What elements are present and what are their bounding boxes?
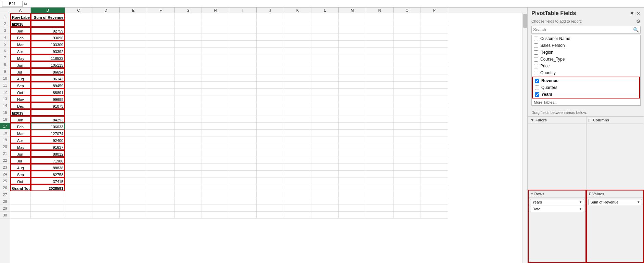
empty-cell-23-1[interactable] (92, 164, 120, 171)
cell-a-24[interactable]: Sep (10, 171, 31, 177)
empty-cell-30-3[interactable] (147, 212, 175, 219)
empty-cell-16-9[interactable] (311, 116, 339, 123)
empty-cell-21-6[interactable] (229, 150, 257, 157)
field-price-checkbox[interactable] (534, 64, 538, 68)
empty-cell-21-9[interactable] (311, 150, 339, 157)
empty-cell-10-5[interactable] (202, 75, 229, 82)
vertical-scrollbar[interactable] (523, 13, 527, 263)
cell-b-15[interactable] (31, 109, 65, 116)
empty-cell-19-10[interactable] (339, 136, 366, 143)
cell-a-29[interactable] (10, 205, 31, 212)
empty-cell-17-12[interactable] (394, 123, 421, 130)
empty-cell-7-2[interactable] (120, 54, 147, 61)
empty-cell-1-2[interactable] (120, 13, 147, 20)
empty-cell-10-13[interactable] (421, 75, 448, 82)
cell-a-14[interactable]: Dec (10, 102, 31, 109)
table-row[interactable]: Nov99699 (10, 95, 523, 102)
cell-b-17[interactable]: 106033 (31, 123, 65, 130)
empty-cell-4-8[interactable] (284, 34, 311, 41)
empty-cell-13-1[interactable] (92, 95, 120, 102)
table-row[interactable]: Jun88012 (10, 150, 523, 157)
table-row[interactable]: Jul71980 (10, 157, 523, 164)
col-header-o[interactable]: O (394, 8, 421, 13)
cell-b-14[interactable]: 91073 (31, 102, 65, 109)
cell-b-4[interactable]: 93096 (31, 34, 65, 41)
col-header-n[interactable]: N (366, 8, 394, 13)
empty-cell-8-0[interactable] (65, 61, 92, 68)
empty-cell-20-4[interactable] (175, 143, 202, 150)
empty-cell-14-2[interactable] (120, 102, 147, 109)
empty-cell-14-9[interactable] (311, 102, 339, 109)
empty-cell-22-4[interactable] (175, 157, 202, 164)
empty-cell-29-0[interactable] (65, 205, 92, 212)
empty-cell-12-7[interactable] (257, 89, 284, 95)
empty-cell-19-7[interactable] (257, 136, 284, 143)
empty-cell-25-10[interactable] (339, 177, 366, 184)
cell-b-10[interactable]: 96143 (31, 75, 65, 82)
table-row[interactable]: Jul86694 (10, 68, 523, 75)
empty-cell-14-3[interactable] (147, 102, 175, 109)
empty-cell-9-1[interactable] (92, 68, 120, 75)
empty-cell-6-2[interactable] (120, 48, 147, 54)
empty-cell-8-13[interactable] (421, 61, 448, 68)
empty-cell-6-5[interactable] (202, 48, 229, 54)
empty-cell-29-5[interactable] (202, 205, 229, 212)
empty-cell-14-1[interactable] (92, 102, 120, 109)
empty-cell-22-0[interactable] (65, 157, 92, 164)
empty-cell-26-9[interactable] (311, 184, 339, 191)
col-header-j[interactable]: J (257, 8, 284, 13)
empty-cell-20-6[interactable] (229, 143, 257, 150)
empty-cell-7-11[interactable] (366, 54, 394, 61)
empty-cell-14-0[interactable] (65, 102, 92, 109)
empty-cell-1-9[interactable] (311, 13, 339, 20)
field-customer-name-checkbox[interactable] (534, 37, 538, 41)
empty-cell-22-7[interactable] (257, 157, 284, 164)
empty-cell-12-11[interactable] (366, 89, 394, 95)
empty-cell-27-2[interactable] (120, 191, 147, 198)
cell-a-28[interactable] (10, 198, 31, 205)
empty-cell-19-4[interactable] (175, 136, 202, 143)
empty-cell-1-11[interactable] (366, 13, 394, 20)
col-header-b[interactable]: B (31, 8, 65, 13)
empty-cell-5-11[interactable] (366, 41, 394, 48)
empty-cell-19-5[interactable] (202, 136, 229, 143)
field-region-checkbox[interactable] (534, 50, 538, 55)
cell-b-3[interactable]: 92759 (31, 27, 65, 34)
empty-cell-25-12[interactable] (394, 177, 421, 184)
rows-tag-years[interactable]: Years ▼ (530, 199, 584, 205)
empty-cell-11-0[interactable] (65, 82, 92, 89)
cell-b-26[interactable]: 2028591 (31, 184, 65, 191)
close-icon[interactable]: ✕ (636, 11, 641, 16)
empty-cell-11-6[interactable] (229, 82, 257, 89)
empty-cell-16-10[interactable] (339, 116, 366, 123)
rows-tag-date[interactable]: Date ▼ (530, 206, 584, 212)
empty-cell-25-2[interactable] (120, 177, 147, 184)
col-header-i[interactable]: I (229, 8, 257, 13)
empty-cell-23-5[interactable] (202, 164, 229, 171)
empty-cell-16-8[interactable] (284, 116, 311, 123)
empty-cell-28-12[interactable] (394, 198, 421, 205)
cell-b-11[interactable]: 89459 (31, 82, 65, 89)
table-row[interactable]: Jan84293 (10, 116, 523, 123)
empty-cell-2-0[interactable] (65, 20, 92, 27)
empty-cell-5-5[interactable] (202, 41, 229, 48)
empty-cell-26-12[interactable] (394, 184, 421, 191)
empty-cell-15-3[interactable] (147, 109, 175, 116)
col-header-e[interactable]: E (120, 8, 147, 13)
empty-cell-11-10[interactable] (339, 82, 366, 89)
empty-cell-17-4[interactable] (175, 123, 202, 130)
empty-cell-21-8[interactable] (284, 150, 311, 157)
empty-cell-14-5[interactable] (202, 102, 229, 109)
empty-cell-30-9[interactable] (311, 212, 339, 219)
empty-cell-23-0[interactable] (65, 164, 92, 171)
empty-cell-13-13[interactable] (421, 95, 448, 102)
cell-a-3[interactable]: Jan (10, 27, 31, 34)
table-row[interactable] (10, 198, 523, 205)
empty-cell-22-1[interactable] (92, 157, 120, 164)
empty-cell-9-10[interactable] (339, 68, 366, 75)
empty-cell-2-5[interactable] (202, 20, 229, 27)
empty-cell-6-12[interactable] (394, 48, 421, 54)
cell-a-7[interactable]: May (10, 54, 31, 61)
empty-cell-24-1[interactable] (92, 171, 120, 177)
empty-cell-28-3[interactable] (147, 198, 175, 205)
